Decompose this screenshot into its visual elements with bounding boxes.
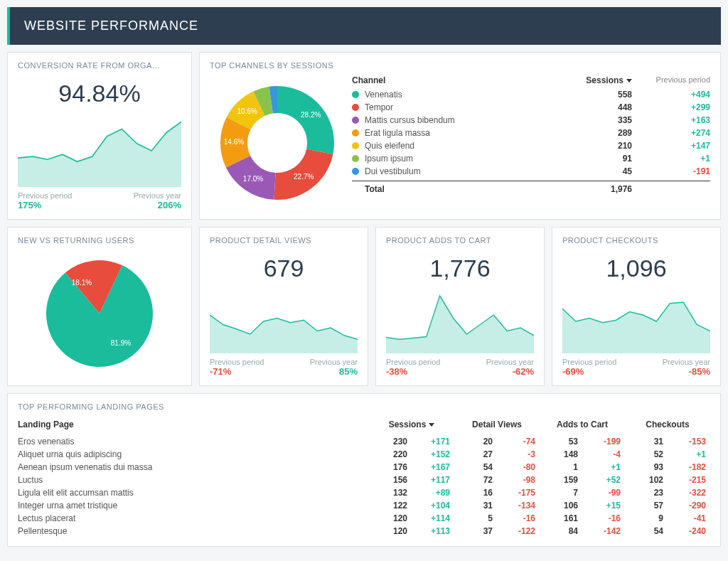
channel-sessions: 558 [582, 90, 632, 100]
metric-value: 1,096 [562, 255, 710, 282]
channel-delta: -191 [632, 166, 710, 176]
metric-prev-year-value: 85% [339, 366, 358, 377]
nvr-pie-chart: 18.1%81.9% [18, 250, 181, 377]
channel-sessions: 45 [582, 166, 632, 176]
lp-value: 106 [540, 501, 582, 511]
landing-page-row[interactable]: Pellentesque120+11337-12284-14254-240 [18, 525, 710, 538]
lp-page-name: Ligula elit elit accumsan mattis [18, 488, 369, 498]
metric-prev-period-value: -69% [562, 366, 584, 377]
lp-value: 72 [454, 475, 497, 485]
lp-delta: -16 [582, 513, 625, 523]
lp-value: 159 [540, 475, 582, 485]
channels-title: TOP CHANNELS BY SESSIONS [210, 61, 710, 70]
channels-col-prev: Previous period [632, 75, 710, 85]
lp-value: 20 [454, 437, 497, 447]
channel-row[interactable]: Erat ligula massa289+274 [352, 127, 710, 139]
lp-value: 220 [369, 449, 412, 459]
lp-delta: +117 [412, 475, 454, 485]
lp-value: 23 [625, 488, 668, 498]
conversion-value: 94.84% [18, 80, 181, 107]
channel-label: Tempor [365, 102, 582, 112]
lp-delta: +52 [582, 475, 625, 485]
channel-label: Dui vestibulum [365, 166, 582, 176]
lp-delta: -290 [668, 501, 710, 511]
color-dot-icon [352, 168, 359, 175]
lp-value: 31 [454, 501, 497, 511]
channels-col-sessions[interactable]: Sessions [582, 75, 632, 85]
lp-delta: -215 [668, 475, 710, 485]
channel-row[interactable]: Mattis cursus bibendum335+163 [352, 114, 710, 127]
lp-value: 5 [454, 513, 497, 523]
lp-col-page[interactable]: Landing Page [18, 420, 369, 429]
channel-delta: +274 [632, 128, 710, 138]
lp-col-adds[interactable]: Adds to Cart [540, 420, 625, 429]
landing-title: TOP PERFORMING LANDING PAGES [18, 402, 710, 411]
lp-col-sessions[interactable]: Sessions [369, 420, 454, 429]
landing-pages-card: TOP PERFORMING LANDING PAGES Landing Pag… [7, 393, 721, 547]
channel-label: Ipsum ipsum [365, 154, 582, 164]
lp-value: 31 [625, 437, 668, 447]
metric-prev-year-label: Previous year [310, 358, 358, 366]
lp-delta: -98 [497, 475, 540, 485]
channel-delta: +1 [632, 154, 710, 164]
lp-delta: -99 [582, 488, 625, 498]
lp-value: 57 [625, 501, 668, 511]
lp-value: 102 [625, 475, 668, 485]
metric-sparkline [210, 289, 358, 353]
lp-col-detail[interactable]: Detail Views [454, 420, 540, 429]
svg-text:14.6%: 14.6% [224, 138, 244, 146]
lp-value: 1 [540, 462, 582, 472]
metric-card: PRODUCT ADDS TO CART1,776Previous period… [375, 227, 545, 386]
lp-delta: -182 [668, 462, 710, 472]
lp-delta: +15 [582, 501, 625, 511]
lp-page-name: Luctus [18, 475, 369, 485]
channel-delta: +147 [632, 141, 710, 151]
conv-prev-period-label: Previous period [18, 191, 72, 200]
channel-row[interactable]: Dui vestibulum45-191 [352, 165, 710, 178]
channel-row[interactable]: Ipsum ipsum91+1 [352, 152, 710, 165]
channels-table: Channel Sessions Previous period Venenat… [352, 75, 710, 194]
lp-value: 54 [454, 462, 497, 472]
channel-label: Erat ligula massa [365, 128, 582, 138]
metric-prev-period-label: Previous period [386, 358, 440, 366]
landing-page-row[interactable]: Aliquet urna quis adipiscing220+15227-31… [18, 448, 710, 461]
channel-delta: +494 [632, 90, 710, 100]
metric-value: 679 [210, 255, 358, 282]
landing-page-row[interactable]: Integer urna amet tristique122+10431-134… [18, 499, 710, 512]
color-dot-icon [352, 91, 359, 98]
lp-value: 176 [369, 462, 412, 472]
chevron-down-icon [626, 79, 632, 82]
lp-page-name: Aliquet urna quis adipiscing [18, 449, 369, 459]
svg-text:17.0%: 17.0% [243, 175, 263, 183]
landing-page-row[interactable]: Luctus156+11772-98159+52102-215 [18, 474, 710, 486]
conversion-sparkline [18, 114, 181, 187]
channel-row[interactable]: Quis eleifend210+147 [352, 139, 710, 152]
color-dot-icon [352, 129, 359, 137]
lp-value: 148 [540, 449, 582, 459]
landing-page-row[interactable]: Aenean ipsum venenatis dui massa176+1675… [18, 461, 710, 474]
color-dot-icon [352, 117, 359, 124]
landing-page-row[interactable]: Ligula elit elit accumsan mattis132+8916… [18, 486, 710, 499]
lp-delta: -122 [497, 526, 540, 536]
lp-delta: -3 [497, 449, 540, 459]
lp-value: 120 [369, 526, 412, 536]
lp-value: 53 [540, 437, 582, 447]
channel-label: Venenatis [365, 90, 582, 100]
channel-row[interactable]: Venenatis558+494 [352, 88, 710, 101]
conversion-title: CONVERSION RATE FROM ORGA... [18, 61, 181, 70]
landing-page-row[interactable]: Lectus placerat120+1145-16161-169-41 [18, 512, 710, 525]
nvr-title: NEW VS RETURNING USERS [18, 236, 181, 245]
svg-text:28.2%: 28.2% [301, 111, 321, 119]
channels-donut-chart: 28.2%22.7%17.0%14.6%10.6% [210, 75, 345, 210]
lp-delta: -16 [497, 513, 540, 523]
landing-page-row[interactable]: Eros venenatis230+17120-7453-19931-153 [18, 435, 710, 448]
channel-row[interactable]: Tempor448+299 [352, 101, 710, 114]
lp-col-checkouts[interactable]: Checkouts [625, 420, 710, 429]
lp-delta: +104 [412, 501, 454, 511]
lp-value: 27 [454, 449, 497, 459]
conv-prev-year-label: Previous year [134, 191, 181, 200]
lp-page-name: Integer urna amet tristique [18, 501, 369, 511]
channel-sessions: 91 [582, 154, 632, 164]
svg-text:18.1%: 18.1% [72, 279, 92, 287]
lp-delta: -134 [497, 501, 540, 511]
